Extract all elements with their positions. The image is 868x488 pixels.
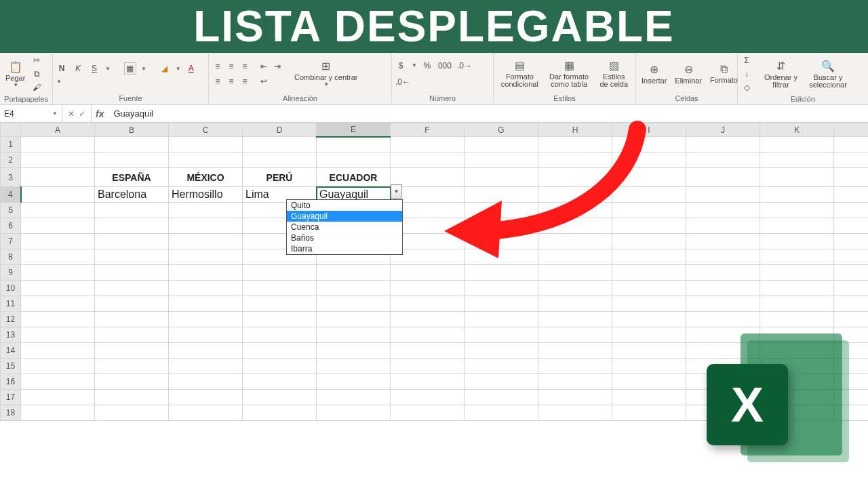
row-header[interactable]: 17 xyxy=(1,390,21,405)
cell[interactable] xyxy=(834,218,869,234)
cell[interactable]: Barcelona xyxy=(95,187,169,203)
format-as-table-button[interactable]: ▦ Dar formato como tabla xyxy=(546,58,593,89)
merge-center-button[interactable]: ⊞ Combinar y centrar ▼ xyxy=(292,58,361,89)
cell[interactable] xyxy=(21,374,95,390)
cell[interactable] xyxy=(686,234,760,249)
sort-filter-button[interactable]: ⇵ Ordenar y filtrar xyxy=(760,58,802,90)
dropdown-list[interactable]: Quito Guayaquil Cuenca Baños Ibarra xyxy=(286,199,403,255)
cell[interactable] xyxy=(834,203,869,218)
cell[interactable] xyxy=(169,234,243,249)
italic-button[interactable]: K xyxy=(72,62,84,75)
cell[interactable] xyxy=(95,390,169,405)
clear-button[interactable]: ◇ xyxy=(741,81,753,94)
cell[interactable] xyxy=(169,359,243,374)
cell[interactable] xyxy=(243,137,317,152)
format-painter-button[interactable]: 🖌 xyxy=(31,81,43,94)
col-header[interactable]: I xyxy=(612,123,686,137)
cell[interactable] xyxy=(169,137,243,152)
cell[interactable] xyxy=(686,187,760,203)
decrease-decimal-button[interactable]: .0← xyxy=(395,76,411,88)
decrease-indent-button[interactable]: ⇤ xyxy=(258,60,270,73)
cell[interactable] xyxy=(538,137,612,152)
cell[interactable] xyxy=(686,218,760,234)
cell[interactable] xyxy=(391,137,465,152)
cell[interactable] xyxy=(317,359,391,374)
col-header[interactable]: A xyxy=(21,123,95,137)
cell[interactable] xyxy=(391,265,465,281)
cell[interactable] xyxy=(465,343,538,359)
cell[interactable] xyxy=(243,296,317,312)
cell[interactable] xyxy=(834,312,869,327)
cell[interactable] xyxy=(465,137,538,152)
cell[interactable] xyxy=(612,203,686,218)
cell[interactable] xyxy=(21,296,95,312)
cell[interactable] xyxy=(21,249,95,265)
cell[interactable] xyxy=(760,234,834,249)
cell[interactable] xyxy=(169,296,243,312)
cell[interactable] xyxy=(686,152,760,168)
cell[interactable] xyxy=(612,265,686,281)
align-right-button[interactable]: ≡ xyxy=(239,75,251,87)
cell[interactable] xyxy=(538,343,612,359)
copy-button[interactable]: ⧉ xyxy=(31,68,43,80)
cell[interactable] xyxy=(465,234,538,249)
font-color-button[interactable]: A xyxy=(185,62,197,75)
cell[interactable] xyxy=(169,312,243,327)
row-header[interactable]: 14 xyxy=(1,343,21,359)
cell[interactable] xyxy=(834,265,869,281)
increase-indent-button[interactable]: ⇥ xyxy=(271,60,283,73)
cell[interactable] xyxy=(465,249,538,265)
row-header[interactable]: 7 xyxy=(1,234,21,249)
dropdown-item[interactable]: Ibarra xyxy=(287,243,402,254)
dropdown-item[interactable]: Cuenca xyxy=(287,222,402,232)
select-all-corner[interactable] xyxy=(1,123,21,137)
cut-button[interactable]: ✂ xyxy=(31,54,43,66)
cell[interactable] xyxy=(21,187,95,203)
cell[interactable] xyxy=(465,265,538,281)
align-center-button[interactable]: ≡ xyxy=(225,75,237,87)
cell[interactable] xyxy=(465,203,538,218)
fill-color-button[interactable]: ◢ xyxy=(159,62,171,75)
cell[interactable] xyxy=(760,168,834,187)
cell[interactable] xyxy=(465,168,538,187)
cell[interactable] xyxy=(834,296,869,312)
col-header[interactable]: H xyxy=(538,123,612,137)
cell[interactable] xyxy=(834,249,869,265)
cell[interactable] xyxy=(21,312,95,327)
cell[interactable]: ECUADOR xyxy=(317,168,391,187)
row-header[interactable]: 13 xyxy=(1,327,21,343)
cell[interactable] xyxy=(21,327,95,343)
col-header[interactable]: L xyxy=(834,123,869,137)
col-header[interactable]: F xyxy=(391,123,465,137)
cell[interactable] xyxy=(612,343,686,359)
cell[interactable] xyxy=(95,405,169,421)
increase-decimal-button[interactable]: .0→ xyxy=(456,60,473,72)
cell[interactable] xyxy=(538,390,612,405)
dropdown-item[interactable]: Quito xyxy=(287,200,402,211)
cell[interactable] xyxy=(760,218,834,234)
cell[interactable] xyxy=(391,152,465,168)
cell[interactable] xyxy=(686,203,760,218)
format-button[interactable]: ⧉ Formato xyxy=(707,62,741,85)
cell[interactable] xyxy=(243,390,317,405)
cell[interactable] xyxy=(95,249,169,265)
cell[interactable] xyxy=(686,168,760,187)
cell[interactable] xyxy=(317,281,391,296)
align-middle-button[interactable]: ≡ xyxy=(225,60,237,73)
cell[interactable] xyxy=(21,390,95,405)
autosum-button[interactable]: Σ xyxy=(741,54,753,66)
cell[interactable] xyxy=(538,218,612,234)
cell[interactable] xyxy=(95,137,169,152)
cell[interactable] xyxy=(760,312,834,327)
cell[interactable] xyxy=(760,281,834,296)
cell[interactable] xyxy=(465,187,538,203)
cell[interactable] xyxy=(21,203,95,218)
cell[interactable] xyxy=(538,203,612,218)
delete-button[interactable]: ⊖ Eliminar xyxy=(672,62,705,86)
cell[interactable] xyxy=(538,374,612,390)
cell[interactable] xyxy=(538,312,612,327)
cell[interactable] xyxy=(538,168,612,187)
cell-dropdown-button[interactable]: ▼ xyxy=(391,184,402,199)
cell[interactable] xyxy=(317,343,391,359)
cell[interactable] xyxy=(169,249,243,265)
